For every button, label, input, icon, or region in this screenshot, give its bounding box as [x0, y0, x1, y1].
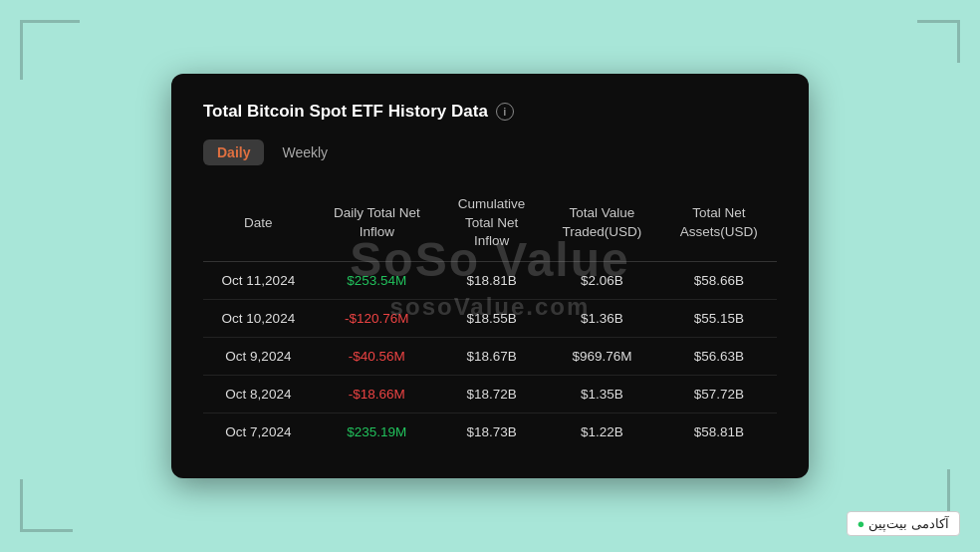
tab-daily[interactable]: Daily: [203, 139, 264, 165]
table-row: Oct 9,2024-$40.56M$18.67B$969.76M$56.63B: [203, 338, 777, 376]
col-header-date: Date: [203, 185, 314, 262]
cell-assets: $58.81B: [661, 414, 777, 451]
cell-date: Oct 8,2024: [203, 376, 314, 414]
deco-top-right: [900, 20, 960, 80]
cell-daily-inflow: -$40.56M: [314, 338, 440, 376]
cell-traded: $969.76M: [543, 338, 660, 376]
cell-daily-inflow: $253.54M: [314, 262, 440, 300]
col-header-traded: Total ValueTraded(USD): [543, 185, 660, 262]
cell-date: Oct 10,2024: [203, 300, 314, 338]
deco-top-left: [20, 20, 80, 80]
cell-assets: $55.15B: [661, 300, 777, 338]
cell-cumulative: $18.55B: [440, 300, 543, 338]
tab-weekly[interactable]: Weekly: [268, 139, 342, 165]
cell-assets: $57.72B: [661, 376, 777, 414]
cell-cumulative: $18.72B: [440, 376, 543, 414]
table-row: Oct 10,2024-$120.76M$18.55B$1.36B$55.15B: [203, 300, 777, 338]
cell-date: Oct 9,2024: [203, 338, 314, 376]
cell-cumulative: $18.67B: [440, 338, 543, 376]
col-header-daily: Daily Total NetInflow: [314, 185, 440, 262]
tabs-container: Daily Weekly: [203, 139, 777, 165]
cell-daily-inflow: $235.19M: [314, 414, 440, 451]
col-header-assets: Total NetAssets(USD): [661, 185, 777, 262]
cell-cumulative: $18.73B: [440, 414, 543, 451]
table-row: Oct 11,2024$253.54M$18.81B$2.06B$58.66B: [203, 262, 777, 300]
table-row: Oct 7,2024$235.19M$18.73B$1.22B$58.81B: [203, 414, 777, 451]
cell-traded: $1.22B: [543, 414, 660, 451]
data-table: Date Daily Total NetInflow CumulativeTot…: [203, 185, 777, 451]
cell-cumulative: $18.81B: [440, 262, 543, 300]
cell-date: Oct 7,2024: [203, 414, 314, 451]
card-title-text: Total Bitcoin Spot ETF History Data: [203, 102, 488, 122]
main-card: Total Bitcoin Spot ETF History Data i Da…: [171, 74, 809, 479]
table-header-row: Date Daily Total NetInflow CumulativeTot…: [203, 185, 777, 262]
card-title-row: Total Bitcoin Spot ETF History Data i: [203, 102, 777, 122]
cell-traded: $1.36B: [543, 300, 660, 338]
cell-assets: $56.63B: [661, 338, 777, 376]
cell-traded: $1.35B: [543, 376, 660, 414]
cell-daily-inflow: -$120.76M: [314, 300, 440, 338]
col-header-cumulative: CumulativeTotal NetInflow: [440, 185, 543, 262]
cell-date: Oct 11,2024: [203, 262, 314, 300]
cell-traded: $2.06B: [543, 262, 660, 300]
academy-badge: ● آکادمی بیت‌پین: [847, 511, 960, 536]
info-icon[interactable]: i: [496, 103, 514, 121]
table-row: Oct 8,2024-$18.66M$18.72B$1.35B$57.72B: [203, 376, 777, 414]
cell-daily-inflow: -$18.66M: [314, 376, 440, 414]
academy-label: آکادمی بیت‌پین: [868, 516, 949, 531]
cell-assets: $58.66B: [661, 262, 777, 300]
